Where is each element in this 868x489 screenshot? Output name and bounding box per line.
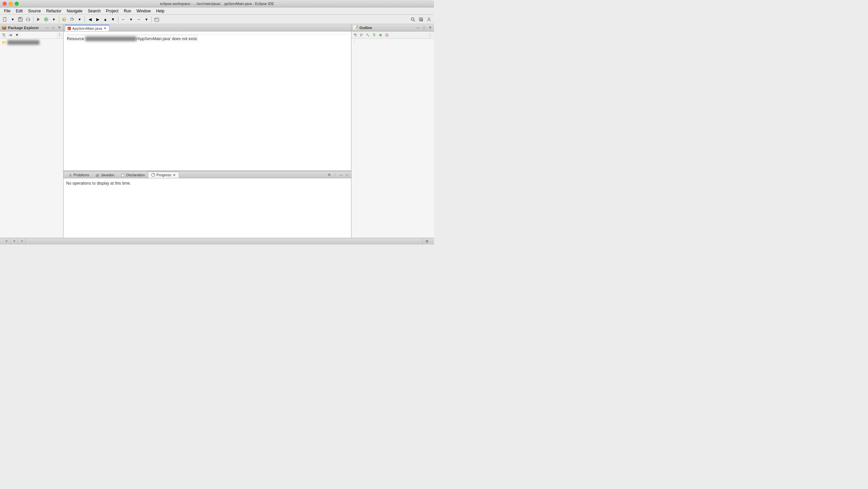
toolbar-down-button[interactable]: ▼ [109, 16, 117, 23]
toolbar-new-button[interactable] [1, 16, 9, 23]
toolbar-forward-button[interactable]: → [135, 16, 143, 23]
toolbar-forward-dropdown[interactable]: ▾ [143, 16, 150, 23]
status-seg-1: ? [3, 238, 10, 245]
close-button[interactable] [3, 2, 7, 6]
tab-problems[interactable]: ⚠ Problems [65, 172, 92, 178]
editor-content[interactable]: Resource /AppServMain.java' does not exi… [64, 31, 351, 171]
outline-filter-static[interactable]: S [371, 32, 377, 38]
pe-collapse-all[interactable] [1, 32, 7, 38]
pe-link-with-editor[interactable] [7, 32, 13, 38]
project-tree-item[interactable]: 📁 ja_____ ____ ___ [1, 39, 63, 45]
declaration-tab-label: Declaration [126, 173, 145, 177]
bottom-maximize-icon[interactable]: □ [344, 172, 350, 177]
menu-source[interactable]: Source [25, 8, 43, 14]
pe-view-menu[interactable]: ▾ [14, 32, 20, 38]
svg-point-36 [367, 34, 368, 35]
title-bar: eclipse-workspace - .../src/main/java/..… [0, 0, 434, 7]
menu-refactor[interactable]: Refactor [43, 8, 64, 14]
package-explorer-panel-icon: 📦 [1, 25, 7, 30]
toolbar-group-history: ← ▾ → ▾ [120, 16, 150, 23]
bottom-panel: ⚠ Problems @ Javadoc 📋 Declaration Progr… [64, 171, 351, 238]
toolbar-new-dropdown[interactable]: ▾ [9, 16, 17, 23]
outline-maximize[interactable]: □ [421, 25, 427, 30]
svg-marker-9 [37, 18, 40, 21]
problems-tab-label: Problems [73, 173, 89, 177]
svg-rect-21 [419, 20, 421, 21]
toolbar-sep-5 [152, 17, 152, 22]
toolbar-open-button[interactable] [153, 16, 160, 23]
svg-rect-22 [421, 20, 423, 21]
svg-point-38 [379, 34, 382, 36]
toolbar-refresh-button[interactable] [68, 16, 75, 23]
outline-filter-private[interactable] [384, 32, 390, 38]
bottom-settings-icon[interactable]: ⚙ [326, 172, 332, 177]
toolbar-build-button[interactable]: ▶ [61, 16, 68, 23]
menu-navigate[interactable]: Navigate [64, 8, 85, 14]
outline-filter-public[interactable] [377, 32, 383, 38]
tab-declaration[interactable]: 📋 Declaration [117, 172, 148, 178]
toolbar-run-button[interactable] [42, 16, 50, 23]
java-file-icon: J [67, 26, 71, 30]
toolbar-search-button[interactable] [409, 16, 416, 23]
menu-run[interactable]: Run [121, 8, 134, 14]
menu-file[interactable]: File [1, 8, 13, 14]
progress-message: No operations to display at this time. [66, 181, 131, 186]
pe-more-options[interactable]: ⋮ [57, 32, 63, 38]
toolbar-perspective-button[interactable] [417, 16, 425, 23]
maximize-button[interactable] [15, 2, 19, 6]
toolbar-refresh-dropdown[interactable]: ▾ [76, 16, 83, 23]
svg-point-17 [411, 18, 414, 21]
progress-tab-close-icon[interactable]: ✕ [172, 173, 176, 177]
menu-search[interactable]: Search [85, 8, 103, 14]
status-seg-settings[interactable]: ⚙ [422, 238, 431, 245]
package-explorer-panel: 📦 Package Explorer — □ ✕ ▾ ⋮ 📁 ja_____ _… [0, 24, 64, 238]
toolbar-sep-1 [33, 17, 33, 22]
toolbar-group-nav: ◀ ▶ ▲ ▼ [86, 16, 117, 23]
minimize-button[interactable] [9, 2, 13, 6]
main-toolbar: ▾ ▾ ▶ ▾ ◀ ▶ ▲ ▼ ← ▾ → ▾ [0, 15, 434, 24]
outline-minimize[interactable]: — [415, 25, 421, 30]
tab-progress[interactable]: Progress ✕ [148, 172, 179, 178]
toolbar-back-button[interactable]: ← [120, 16, 127, 23]
package-explorer-title: Package Explorer [8, 26, 43, 30]
tab-javadoc[interactable]: @ Javadoc [92, 172, 117, 178]
outline-collapse-all[interactable] [352, 32, 358, 38]
outline-panel: 📝 Outline — □ ✕ S [351, 24, 434, 238]
window-controls[interactable] [3, 2, 19, 6]
toolbar-run-dropdown[interactable]: ▾ [50, 16, 58, 23]
toolbar-up-button[interactable]: ▲ [102, 16, 109, 23]
outline-sort[interactable] [359, 32, 365, 38]
toolbar-sep-2 [59, 17, 59, 22]
toolbar-print-button[interactable] [24, 16, 32, 23]
toolbar-debug-button[interactable] [35, 16, 42, 23]
menu-project[interactable]: Project [103, 8, 121, 14]
outline-filter-fields[interactable] [365, 32, 371, 38]
menu-bar: File Edit Source Refactor Navigate Searc… [0, 7, 434, 15]
editor-tab-appservmain[interactable]: J AppServMain.java ✕ [65, 25, 109, 31]
toolbar-save-button[interactable] [17, 16, 24, 23]
toolbar-prev-button[interactable]: ◀ [86, 16, 94, 23]
editor-error-message: Resource /AppServMain.java' does not exi… [66, 35, 198, 42]
svg-text:J: J [68, 27, 69, 30]
outline-close-icon[interactable]: ✕ [427, 25, 433, 30]
package-explorer-close-icon[interactable]: ✕ [57, 25, 62, 30]
package-explorer-minimize[interactable]: — [44, 25, 50, 30]
svg-line-40 [386, 34, 388, 36]
menu-help[interactable]: Help [153, 8, 167, 14]
outline-header: 📝 Outline — □ ✕ [351, 24, 434, 31]
bottom-more-options[interactable]: ⋮ [332, 172, 338, 177]
toolbar-next-button[interactable]: ▶ [94, 16, 101, 23]
menu-edit[interactable]: Edit [13, 8, 25, 14]
toolbar-user-button[interactable] [425, 16, 433, 23]
bottom-minimize-icon[interactable]: — [338, 172, 344, 177]
javadoc-tab-icon: @ [95, 173, 100, 177]
package-explorer-maximize[interactable]: □ [51, 25, 56, 30]
svg-line-18 [413, 20, 415, 22]
svg-rect-7 [27, 20, 29, 21]
outline-more-options[interactable]: ⋮ [427, 32, 433, 38]
editor-tab-close-icon[interactable]: ✕ [103, 26, 107, 30]
project-icon: 📁 [1, 40, 7, 45]
workspace: 📦 Package Explorer — □ ✕ ▾ ⋮ 📁 ja_____ _… [0, 24, 434, 238]
toolbar-back-dropdown[interactable]: ▾ [127, 16, 135, 23]
menu-window[interactable]: Window [134, 8, 153, 14]
